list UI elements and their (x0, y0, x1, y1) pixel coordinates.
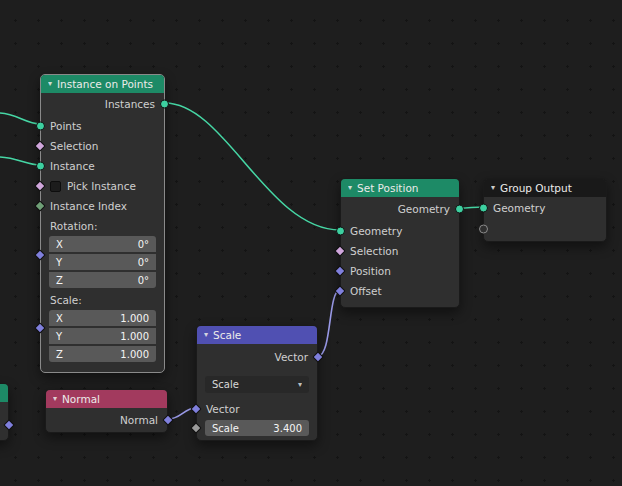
axis-value: 0° (138, 257, 149, 268)
output-label: Normal (120, 414, 158, 426)
output-row-vector: Vector (197, 344, 317, 370)
scale-z-field[interactable]: Z 1.000 (49, 346, 156, 362)
collapse-chevron-icon[interactable]: ▾ (348, 184, 352, 192)
node-title: Set Position (357, 182, 418, 194)
wire-instances-to-set-position-geometry[interactable] (165, 103, 340, 230)
axis-value: 1.000 (120, 331, 149, 342)
node-header[interactable]: ▾ Set Position (341, 179, 459, 197)
node-header[interactable] (0, 384, 8, 402)
output-label: Geometry (398, 203, 450, 215)
input-label: Offset (350, 285, 382, 297)
input-row-vector: Vector (197, 399, 317, 419)
node-title: Instance on Points (57, 78, 153, 90)
geometry-input-socket[interactable] (479, 204, 488, 213)
axis-label: Z (56, 349, 63, 360)
pick-instance-checkbox[interactable] (50, 181, 61, 192)
axis-label: Y (56, 331, 62, 342)
rotation-vector-fields: X 0° Y 0° Z 0° (49, 236, 156, 288)
node-title: Group Output (500, 182, 572, 194)
input-label: Instance (50, 160, 95, 172)
geometry-output-socket[interactable] (455, 205, 464, 214)
input-row-geometry: Geometry (484, 197, 606, 219)
field-label: Scale (212, 423, 239, 434)
scale-value-field[interactable]: Scale 3.400 (205, 420, 309, 436)
axis-value: 1.000 (120, 349, 149, 360)
node-normal[interactable]: ▾ Normal Normal (45, 389, 168, 433)
scale-vector-fields: X 1.000 Y 1.000 Z 1.000 (49, 310, 156, 362)
axis-label: Z (56, 275, 63, 286)
node-header[interactable]: ▾ Instance on Points (41, 75, 164, 93)
collapse-chevron-icon[interactable]: ▾ (53, 395, 57, 403)
axis-value: 0° (138, 275, 149, 286)
scale-x-field[interactable]: X 1.000 (49, 310, 156, 326)
virtual-socket-row (484, 219, 606, 239)
collapse-chevron-icon[interactable]: ▾ (48, 80, 52, 88)
node-editor-canvas[interactable]: ▾ Instance on Points Instances Points Se… (0, 0, 622, 486)
input-label: Position (350, 265, 391, 277)
input-row-position: Position (341, 261, 459, 281)
input-label: Selection (50, 140, 98, 152)
input-label: Vector (206, 403, 239, 415)
axis-label: X (56, 239, 63, 250)
node-header[interactable]: ▾ Normal (46, 390, 167, 408)
wire-left-to-points[interactable] (0, 113, 40, 124)
scale-section-label: Scale: (41, 290, 164, 310)
dropdown-chevron-icon: ▾ (298, 381, 302, 389)
output-label: Vector (275, 351, 308, 363)
wire-left-to-instance[interactable] (0, 157, 40, 165)
output-row-normal: Normal (46, 408, 167, 432)
node-title: Scale (213, 329, 241, 341)
dropdown-value: Scale (212, 379, 239, 390)
output-row-instances: Instances (41, 93, 164, 115)
field-value: 3.400 (273, 423, 302, 434)
input-row-geometry: Geometry (341, 221, 459, 241)
input-label: Selection (350, 245, 398, 257)
node-header[interactable]: ▾ Scale (197, 326, 317, 344)
input-label: Pick Instance (67, 180, 136, 192)
input-row-instance-index: Instance Index (41, 196, 164, 216)
geometry-input-socket[interactable] (336, 227, 345, 236)
axis-label: X (56, 313, 63, 324)
input-label: Instance Index (50, 200, 127, 212)
rotation-y-field[interactable]: Y 0° (49, 254, 156, 270)
node-group-output[interactable]: ▾ Group Output Geometry (483, 178, 607, 242)
node-header[interactable]: ▾ Group Output (484, 179, 606, 197)
input-row-offset: Offset (341, 281, 459, 301)
input-label: Geometry (493, 202, 545, 214)
node-scale[interactable]: ▾ Scale Vector Scale ▾ Vector Scale 3.40… (196, 325, 318, 441)
virtual-input-socket[interactable] (479, 225, 488, 234)
input-row-selection: Selection (341, 241, 459, 261)
input-row-instance: Instance (41, 156, 164, 176)
rotation-section-label: Rotation: (41, 216, 164, 236)
node-set-position[interactable]: ▾ Set Position Geometry Geometry Selecti… (340, 178, 460, 308)
rotation-x-field[interactable]: X 0° (49, 236, 156, 252)
output-label: Instances (105, 98, 155, 110)
instance-input-socket[interactable] (36, 162, 45, 171)
instances-output-socket[interactable] (160, 100, 169, 109)
axis-label: Y (56, 257, 62, 268)
node-instance-on-points[interactable]: ▾ Instance on Points Instances Points Se… (40, 74, 165, 373)
wire-scale-to-offset[interactable] (318, 290, 340, 356)
input-label: Geometry (350, 225, 402, 237)
input-row-points: Points (41, 115, 164, 136)
input-row-pick-instance: Pick Instance (41, 176, 164, 196)
axis-value: 0° (138, 239, 149, 250)
axis-value: 1.000 (120, 313, 149, 324)
collapse-chevron-icon[interactable]: ▾ (491, 184, 495, 192)
scale-y-field[interactable]: Y 1.000 (49, 328, 156, 344)
input-row-selection: Selection (41, 136, 164, 156)
collapse-chevron-icon[interactable]: ▾ (204, 331, 208, 339)
points-input-socket[interactable] (36, 121, 45, 130)
node-partial-offscreen[interactable] (0, 383, 9, 441)
node-title: Normal (62, 393, 100, 405)
output-row-geometry: Geometry (341, 197, 459, 221)
rotation-z-field[interactable]: Z 0° (49, 272, 156, 288)
input-label: Points (50, 120, 82, 132)
scale-mode-dropdown[interactable]: Scale ▾ (205, 376, 309, 393)
